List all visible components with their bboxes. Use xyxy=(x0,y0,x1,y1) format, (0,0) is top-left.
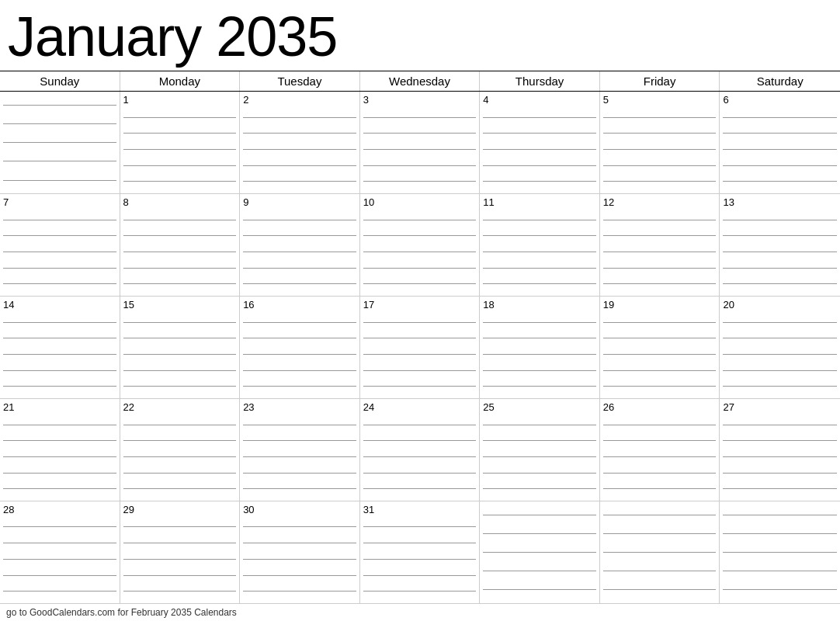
write-line xyxy=(243,473,356,474)
write-line xyxy=(123,559,237,560)
write-line xyxy=(603,268,717,269)
write-line xyxy=(3,180,116,181)
write-line xyxy=(723,133,837,134)
write-line xyxy=(483,589,596,590)
write-lines xyxy=(603,108,717,191)
day-cell-28: 28 xyxy=(0,501,120,603)
write-line xyxy=(123,283,237,284)
day-cell-empty-4-6 xyxy=(720,501,840,603)
write-lines xyxy=(3,313,116,396)
write-line xyxy=(483,552,596,553)
write-lines xyxy=(723,415,837,498)
day-number: 21 xyxy=(3,401,116,414)
write-line xyxy=(603,370,717,371)
day-number: 3 xyxy=(363,94,477,106)
write-line xyxy=(3,386,116,387)
write-line xyxy=(123,456,237,457)
write-lines xyxy=(483,108,596,191)
day-cell-10: 10 xyxy=(360,194,481,296)
day-number: 18 xyxy=(483,299,596,311)
footer: go to GoodCalendars.com for February 203… xyxy=(0,603,840,621)
write-line xyxy=(483,322,596,323)
day-cell-17: 17 xyxy=(360,297,481,398)
day-cell-29: 29 xyxy=(120,501,241,603)
day-cell-22: 22 xyxy=(120,399,241,501)
write-line xyxy=(123,543,237,543)
write-line xyxy=(243,526,356,527)
write-line xyxy=(123,440,237,441)
write-line xyxy=(243,117,356,118)
day-header-monday: Monday xyxy=(120,71,241,91)
write-line xyxy=(603,322,717,323)
week-row-3: 14151617181920 xyxy=(0,297,840,399)
write-line xyxy=(123,322,237,323)
write-line xyxy=(243,181,356,182)
write-line xyxy=(603,252,717,252)
write-lines xyxy=(483,313,596,396)
write-line xyxy=(363,425,477,425)
write-lines xyxy=(243,108,356,191)
write-line xyxy=(363,283,477,284)
write-line xyxy=(243,354,356,355)
write-line xyxy=(483,252,596,252)
write-lines xyxy=(123,210,237,293)
write-lines xyxy=(603,504,717,601)
write-line xyxy=(483,165,596,166)
write-lines xyxy=(363,415,477,498)
write-line xyxy=(723,571,837,571)
day-cell-4: 4 xyxy=(480,92,600,193)
day-cell-16: 16 xyxy=(240,297,360,398)
day-cell-6: 6 xyxy=(720,92,840,193)
write-line xyxy=(3,283,116,284)
write-line xyxy=(3,235,116,236)
write-line xyxy=(363,473,477,474)
day-number: 20 xyxy=(723,299,837,311)
day-number: 1 xyxy=(123,94,237,106)
write-line xyxy=(723,354,837,355)
write-line xyxy=(603,149,717,150)
write-line xyxy=(3,354,116,355)
day-header-thursday: Thursday xyxy=(480,71,600,91)
write-line xyxy=(363,268,477,269)
write-line xyxy=(363,456,477,457)
day-cell-21: 21 xyxy=(0,399,120,501)
write-line xyxy=(723,252,837,252)
write-line xyxy=(603,571,717,571)
day-cell-27: 27 xyxy=(720,399,840,501)
write-lines xyxy=(243,210,356,293)
write-line xyxy=(3,526,116,527)
write-line xyxy=(123,165,237,166)
day-number: 7 xyxy=(3,196,116,209)
write-line xyxy=(3,105,116,106)
write-line xyxy=(483,386,596,387)
write-line xyxy=(363,370,477,371)
write-lines xyxy=(603,210,717,293)
write-line xyxy=(243,488,356,489)
write-line xyxy=(483,235,596,236)
write-line xyxy=(243,252,356,252)
write-line xyxy=(483,283,596,284)
write-line xyxy=(603,533,717,534)
write-line xyxy=(363,235,477,236)
write-line xyxy=(723,322,837,323)
write-line xyxy=(363,591,477,592)
write-line xyxy=(483,488,596,489)
write-line xyxy=(3,123,116,124)
write-line xyxy=(363,181,477,182)
write-line xyxy=(3,591,116,592)
write-line xyxy=(603,165,717,166)
write-line xyxy=(3,322,116,323)
write-line xyxy=(483,181,596,182)
write-line xyxy=(483,338,596,338)
write-lines xyxy=(603,313,717,396)
write-line xyxy=(483,515,596,515)
write-line xyxy=(3,161,116,161)
write-line xyxy=(723,425,837,425)
day-number: 28 xyxy=(3,504,116,516)
write-line xyxy=(243,165,356,166)
write-line xyxy=(243,543,356,543)
day-header-sunday: Sunday xyxy=(0,71,120,91)
write-line xyxy=(243,283,356,284)
write-line xyxy=(723,220,837,220)
day-cell-15: 15 xyxy=(120,297,241,398)
